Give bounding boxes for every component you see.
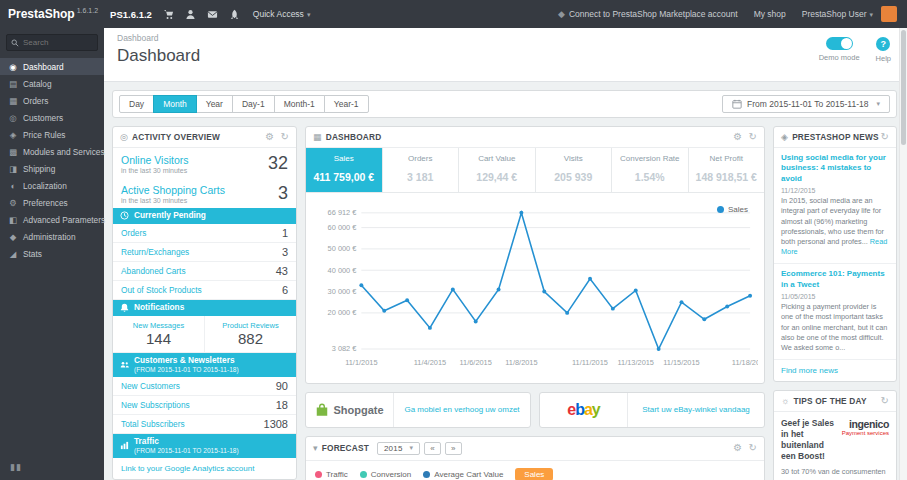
panel-settings-icon[interactable]: ⚙ [265, 132, 274, 142]
my-shop-link[interactable]: My shop [754, 9, 786, 19]
demo-mode-toggle[interactable] [826, 37, 853, 50]
search-icon [11, 39, 19, 47]
sidebar-item-stats[interactable]: ◢Stats [0, 245, 104, 262]
svg-text:11/15/2015: 11/15/2015 [663, 358, 699, 367]
range-day-1-button[interactable]: Day-1 [232, 95, 275, 113]
sidebar-item-advanced-parameters[interactable]: ◧Advanced Parameters [0, 211, 104, 228]
ebay-logo: ebay [540, 393, 628, 427]
svg-text:11/11/2015: 11/11/2015 [572, 358, 608, 367]
news-article-body: In 2015, social media are an integral pa… [781, 196, 889, 257]
rocket-icon[interactable] [229, 9, 240, 20]
panel-refresh-icon[interactable]: ↻ [280, 132, 289, 142]
shopgate-module: Shopgate Ga mobiel en verhoog uw omzet [305, 392, 531, 428]
date-range-button[interactable]: From 2015-11-01 To 2015-11-18 ▾ [722, 95, 890, 113]
range-month-button[interactable]: Month [153, 95, 197, 113]
pending-returns-link[interactable]: Return/Exchanges [121, 247, 189, 257]
user-avatar[interactable] [881, 6, 897, 22]
sidebar-item-preferences[interactable]: ⚙Preferences [0, 194, 104, 211]
range-year-1-button[interactable]: Year-1 [324, 95, 369, 113]
sidebar-item-administration[interactable]: ◆Administration [0, 228, 104, 245]
panel-refresh-icon[interactable]: ↻ [880, 396, 889, 406]
panel-refresh-icon[interactable]: ↻ [748, 132, 757, 142]
product-reviews-cell: Product Reviews 882 [205, 316, 296, 352]
online-visitors-metric: Online Visitors in the last 30 minutes 3… [113, 148, 296, 178]
panel-settings-icon[interactable]: ⚙ [733, 443, 742, 453]
sidebar-item-label: Advanced Parameters [23, 215, 105, 225]
kpi-visits[interactable]: Visits 205 939 [536, 148, 613, 192]
sidebar-item-catalog[interactable]: ▤Catalog [0, 75, 104, 92]
right-column: ◈ PrestaShop News ↻ Using social media f… [773, 126, 897, 480]
abandoned-carts-link[interactable]: Abandoned Carts [121, 266, 186, 276]
tips-of-the-day-panel: ☼ Tips of the day ↻ Geef je Sales in het… [773, 390, 897, 480]
forecast-legend-traffic[interactable]: Traffic [315, 470, 348, 479]
page-header: Dashboard Dashboard Demo mode ? Help [104, 28, 907, 82]
online-visitors-link[interactable]: Online Visitors [121, 154, 189, 166]
new-customers-link[interactable]: New Customers [121, 381, 180, 391]
range-day-button[interactable]: Day [119, 95, 154, 113]
range-month-1-button[interactable]: Month-1 [274, 95, 325, 113]
topbar-left: PrestaShop1.6.1.2 PS1.6.1.2 Quick Access… [8, 7, 310, 21]
help-icon[interactable]: ? [876, 37, 890, 51]
news-panel-title: PrestaShop News [792, 132, 879, 142]
news-article-excerpt: In 2015, social media are an integral pa… [781, 196, 884, 246]
search-input[interactable] [23, 38, 95, 47]
toggle-knob [841, 38, 852, 49]
scrollbar-thumb[interactable] [901, 30, 906, 145]
mail-icon[interactable] [207, 9, 218, 20]
new-subscriptions-row: New Subscriptions 18 [113, 396, 296, 415]
storefront-icon[interactable] [163, 9, 174, 20]
sidebar-search[interactable] [6, 34, 98, 51]
forecast-year-select[interactable]: 2015▾ [377, 442, 420, 455]
content: Day Month Year Day-1 Month-1 Year-1 From… [104, 82, 907, 480]
sidebar-item-modules-and-services[interactable]: ▩Modules and Services [0, 143, 104, 160]
new-subscriptions-link[interactable]: New Subscriptions [121, 400, 190, 410]
sidebar-item-shipping[interactable]: ◨Shipping [0, 160, 104, 177]
sidebar-item-dashboard[interactable]: ◉Dashboard [0, 58, 104, 75]
panel-settings-icon[interactable]: ⚙ [733, 132, 742, 142]
google-analytics-link[interactable]: Link to your Google Analytics account [113, 458, 296, 479]
total-subscribers-link[interactable]: Total Subscribers [121, 419, 185, 429]
forecast-prev-button[interactable]: « [424, 442, 441, 455]
forecast-legend-average-cart-value[interactable]: Average Cart Value [423, 470, 503, 479]
marketplace-link[interactable]: ◆Connect to PrestaShop Marketplace accou… [558, 9, 738, 19]
customers-newsletters-header: Customers & Newsletters (FROM 2015-11-01… [113, 353, 296, 377]
forecast-legend-conversion[interactable]: Conversion [360, 470, 411, 479]
person-icon[interactable] [185, 9, 196, 20]
ebay-link[interactable]: Start uw eBay-winkel vandaag [628, 405, 764, 414]
sidebar-item-customers[interactable]: ◎Customers [0, 109, 104, 126]
chart-legend-label: Sales [728, 205, 748, 214]
kpi-sales[interactable]: Sales 411 759,00 € [306, 148, 383, 192]
panel-refresh-icon[interactable]: ↻ [880, 132, 889, 142]
prestashop-admin: PrestaShop1.6.1.2 PS1.6.1.2 Quick Access… [0, 0, 907, 480]
range-toolbar: Day Month Year Day-1 Month-1 Year-1 From… [112, 90, 897, 118]
kpi-net-profit[interactable]: Net Profit 148 918,51 € [689, 148, 765, 192]
forecast-panel-title: Forecast [322, 443, 369, 453]
sidebar-item-localization[interactable]: ◐Localization [0, 177, 104, 194]
kpi-orders[interactable]: Orders 3 181 [383, 148, 460, 192]
product-reviews-link[interactable]: Product Reviews [207, 321, 294, 330]
kpi-conversion-rate[interactable]: Conversion Rate 1.54% [612, 148, 689, 192]
active-carts-link[interactable]: Active Shopping Carts [121, 184, 225, 196]
forecast-year-value: 2015 [384, 444, 403, 453]
chart-legend[interactable]: Sales [717, 205, 748, 214]
news-article-title-link[interactable]: Using social media for your business: 4 … [781, 153, 889, 184]
sidebar-item-price-rules[interactable]: ◈Price Rules [0, 126, 104, 143]
pending-orders-link[interactable]: Orders [121, 228, 146, 238]
sidebar-item-orders[interactable]: ▦Orders [0, 92, 104, 109]
find-more-news-link[interactable]: Find more news [774, 360, 896, 381]
forecast-legend-sales-button[interactable]: Sales [515, 468, 553, 480]
new-messages-link[interactable]: New Messages [115, 321, 202, 330]
range-year-button[interactable]: Year [196, 95, 233, 113]
prestashop-logo[interactable]: PrestaShop1.6.1.2 [8, 7, 98, 21]
forecast-next-button[interactable]: » [445, 442, 462, 455]
user-menu[interactable]: PrestaShop User▾ [802, 9, 873, 19]
quick-access-menu[interactable]: Quick Access▾ [253, 9, 311, 19]
panel-refresh-icon[interactable]: ↻ [748, 443, 757, 453]
news-article-title-link[interactable]: Ecommerce 101: Payments in a Tweet [781, 269, 889, 290]
sidebar-item-label: Modules and Services [23, 147, 105, 157]
shopgate-link[interactable]: Ga mobiel en verhoog uw omzet [394, 405, 530, 414]
vertical-scrollbar[interactable] [899, 28, 907, 480]
kpi-cart-value[interactable]: Cart Value 129,44 € [459, 148, 536, 192]
out-of-stock-link[interactable]: Out of Stock Products [121, 285, 202, 295]
sidebar-collapse-icon[interactable]: ▮▮ [10, 462, 22, 472]
